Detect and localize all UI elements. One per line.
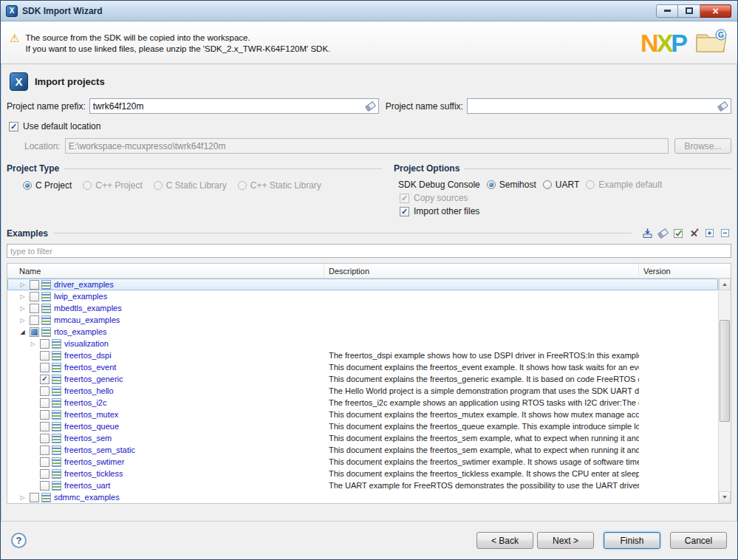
row-checkbox[interactable] — [40, 481, 49, 491]
sdk-debug-console-label: SDK Debug Console — [398, 180, 480, 190]
filter-input[interactable] — [7, 244, 731, 258]
radio-c-project[interactable]: C Project — [23, 180, 72, 191]
row-checkbox[interactable] — [30, 304, 39, 313]
row-checkbox[interactable] — [30, 280, 39, 290]
row-checkbox[interactable] — [30, 493, 39, 502]
table-row[interactable]: freertos_i2cThe freertos_i2c example sho… — [7, 397, 718, 409]
project-type-head: Project Type — [7, 163, 382, 174]
row-checkbox[interactable] — [40, 398, 49, 408]
scroll-down-button[interactable] — [719, 491, 731, 503]
expander-icon[interactable] — [28, 341, 38, 347]
row-label: freertos_hello — [64, 386, 114, 395]
maximize-button[interactable] — [678, 4, 700, 18]
scroll-up-button[interactable] — [719, 279, 731, 290]
table-row[interactable]: freertos_eventThis document explains the… — [7, 361, 718, 373]
row-label: freertos_sem — [64, 434, 112, 443]
app-icon[interactable] — [6, 5, 18, 17]
row-checkbox[interactable] — [40, 339, 49, 349]
column-header-description[interactable]: Description — [324, 264, 639, 278]
row-description: This document explains the freertos_queu… — [324, 420, 639, 432]
table-row[interactable]: lwip_examples — [7, 290, 718, 302]
expander-icon[interactable] — [18, 281, 27, 288]
help-button[interactable] — [11, 533, 27, 548]
example-icon — [41, 315, 51, 325]
import-icon[interactable] — [641, 227, 654, 239]
footer-buttons: < Back Next > Finish Cancel — [473, 532, 727, 549]
row-name-cell: lwip_examples — [7, 290, 324, 302]
table-row[interactable]: sdmmc_examples — [7, 491, 718, 503]
clear-suffix-icon[interactable] — [717, 100, 729, 112]
row-version — [639, 456, 718, 468]
row-checkbox[interactable] — [40, 434, 49, 443]
column-header-version[interactable]: Version — [639, 264, 731, 278]
expander-icon[interactable] — [18, 329, 27, 335]
minimize-button[interactable] — [656, 4, 678, 18]
row-checkbox[interactable] — [40, 351, 49, 361]
project-name-row: Project name prefix: Project name suffix… — [7, 98, 731, 114]
row-checkbox[interactable] — [40, 375, 49, 384]
minimize-icon — [664, 10, 671, 12]
expander-icon[interactable] — [18, 305, 27, 312]
import-other-files-row: Import other files — [400, 206, 731, 216]
row-description: This document explains the freertos_swti… — [324, 456, 639, 468]
deselect-all-icon[interactable] — [688, 227, 700, 239]
expander-icon[interactable] — [18, 293, 27, 300]
example-icon — [52, 422, 61, 431]
row-checkbox[interactable] — [40, 445, 49, 455]
row-label: freertos_i2c — [64, 398, 106, 407]
radio-icon — [586, 180, 595, 189]
expander-icon[interactable] — [18, 317, 27, 324]
row-checkbox[interactable] — [30, 327, 39, 337]
row-checkbox[interactable] — [30, 292, 39, 301]
table-row[interactable]: freertos_helloThe Hello World project is… — [7, 385, 718, 397]
table-row[interactable]: freertos_dspiThe freertos_dspi example s… — [7, 349, 718, 361]
row-checkbox[interactable] — [40, 457, 49, 467]
clear-selection-eraser-icon[interactable] — [657, 227, 669, 239]
examples-head: Examples — [7, 227, 731, 239]
import-other-files-checkbox[interactable] — [400, 207, 409, 216]
prefix-input[interactable] — [90, 99, 364, 113]
scrollbar-thumb[interactable] — [720, 320, 730, 422]
table-row[interactable]: mbedtls_examples — [7, 302, 718, 314]
row-checkbox[interactable] — [40, 386, 49, 396]
table-row[interactable]: driver_examples — [7, 279, 718, 290]
table-row[interactable]: rtos_examples — [7, 326, 718, 338]
clear-prefix-icon[interactable] — [364, 100, 377, 112]
table-row[interactable]: freertos_genericThis document explains t… — [7, 373, 718, 385]
column-header-name[interactable]: Name — [7, 264, 324, 278]
radio-label: C Project — [35, 180, 72, 191]
vertical-scrollbar[interactable] — [718, 279, 731, 503]
titlebar[interactable]: SDK Import Wizard — [1, 1, 737, 21]
table-row[interactable]: freertos_sem_staticThis document explain… — [7, 444, 718, 456]
table-row[interactable]: freertos_semThis document explains the f… — [7, 432, 718, 444]
table-row[interactable]: freertos_swtimerThis document explains t… — [7, 456, 718, 468]
table-row[interactable]: freertos_uartThe UART example for FreeRT… — [7, 479, 718, 491]
radio-uart[interactable]: UART — [543, 180, 579, 190]
row-version — [639, 314, 718, 326]
cancel-button[interactable]: Cancel — [670, 532, 727, 549]
close-button[interactable] — [700, 4, 731, 18]
row-checkbox[interactable] — [30, 315, 39, 325]
table-row[interactable]: freertos_ticklessThis document explains … — [7, 468, 718, 479]
row-checkbox[interactable] — [40, 422, 49, 431]
radio-semihost[interactable]: Semihost — [487, 180, 536, 190]
row-label: freertos_event — [64, 363, 116, 372]
row-description — [324, 491, 639, 503]
select-all-icon[interactable] — [672, 227, 685, 239]
use-default-location-checkbox[interactable] — [9, 122, 18, 132]
table-row[interactable]: freertos_queueThis document explains the… — [7, 420, 718, 432]
expander-icon[interactable] — [18, 494, 27, 501]
row-checkbox[interactable] — [40, 363, 49, 372]
finish-button[interactable]: Finish — [604, 532, 660, 549]
next-button[interactable]: Next > — [537, 532, 594, 549]
expand-all-icon[interactable] — [703, 227, 716, 239]
table-row[interactable]: freertos_mutexThis document explains the… — [7, 409, 718, 420]
row-checkbox[interactable] — [40, 469, 49, 479]
table-row[interactable]: mmcau_examples — [7, 314, 718, 326]
collapse-all-icon[interactable] — [719, 227, 731, 239]
table-row[interactable]: visualization — [7, 338, 718, 349]
back-button[interactable]: < Back — [476, 532, 533, 549]
suffix-input[interactable] — [468, 99, 717, 113]
row-name-cell: freertos_event — [7, 361, 324, 373]
row-checkbox[interactable] — [40, 410, 49, 420]
